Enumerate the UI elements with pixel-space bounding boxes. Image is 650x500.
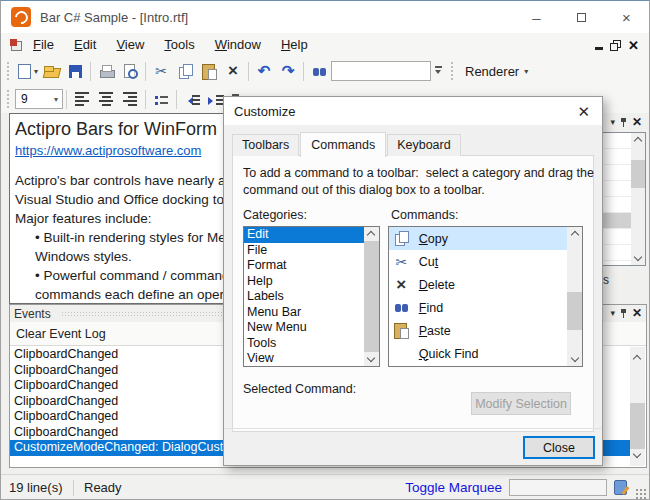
command-item[interactable]: Paste: [389, 319, 567, 342]
status-icon[interactable]: [614, 480, 627, 495]
menu-item[interactable]: Help: [271, 33, 318, 57]
categories-scrollbar[interactable]: [364, 227, 379, 366]
redo-button[interactable]: ↷: [276, 58, 300, 84]
scrollbar-thumb[interactable]: [631, 160, 645, 188]
renderer-dropdown-button[interactable]: Renderer▾: [459, 59, 534, 83]
toolbar-grip[interactable]: [450, 61, 455, 81]
right-panel-selected-row[interactable]: [602, 213, 631, 229]
instruction-line: command out of this dialog box to a tool…: [243, 182, 583, 199]
menu-item[interactable]: Tools: [154, 33, 204, 57]
copy-button[interactable]: [173, 58, 197, 84]
undo-icon: ↶: [256, 63, 273, 80]
dialog-close-action-button[interactable]: Close: [523, 436, 595, 459]
mdi-minimize-icon[interactable]: [595, 47, 603, 50]
toolbar-options-button[interactable]: [431, 60, 445, 82]
scrollbar-thumb[interactable]: [630, 403, 645, 449]
scroll-up-icon[interactable]: [634, 137, 642, 145]
scroll-down-icon[interactable]: [570, 354, 578, 362]
commands-listbox[interactable]: Copy ✂ Cut × Del: [388, 226, 583, 367]
decrease-indent-button[interactable]: [180, 86, 204, 112]
align-left-button[interactable]: [70, 86, 94, 112]
toggle-marquee-link[interactable]: Toggle Marquee: [405, 480, 502, 495]
category-item[interactable]: Labels: [244, 289, 364, 305]
document-icon[interactable]: [9, 38, 23, 52]
find-button[interactable]: [307, 58, 331, 84]
command-item[interactable]: × Delete: [389, 273, 567, 296]
dialog-title-bar[interactable]: Customize ✕: [224, 97, 602, 125]
maximize-button[interactable]: [559, 1, 604, 33]
scroll-down-icon[interactable]: [633, 450, 641, 458]
pin-icon[interactable]: [619, 117, 628, 128]
panel-menu-chevron-icon[interactable]: ▾: [610, 118, 615, 127]
find-icon: [311, 63, 328, 80]
menu-item[interactable]: View: [106, 33, 154, 57]
document-hyperlink[interactable]: https://www.actiprosoftware.com: [15, 143, 201, 158]
print-preview-button[interactable]: [118, 58, 142, 84]
open-button[interactable]: [39, 58, 63, 84]
dialog-tab[interactable]: Commands: [300, 132, 386, 157]
separator: [73, 480, 74, 496]
category-item[interactable]: Help: [244, 274, 364, 290]
right-panel-scrollbar[interactable]: [631, 133, 645, 265]
save-button[interactable]: [63, 58, 87, 84]
menu-item[interactable]: File: [23, 33, 64, 57]
category-item[interactable]: File: [244, 243, 364, 259]
category-item[interactable]: Edit: [244, 227, 364, 243]
menu-item[interactable]: Edit: [64, 33, 106, 57]
category-item[interactable]: Menu Bar: [244, 305, 364, 321]
events-scrollbar[interactable]: [630, 347, 645, 466]
scroll-up-icon[interactable]: [367, 231, 375, 239]
resize-grip[interactable]: [635, 488, 647, 500]
find-combobox[interactable]: [331, 61, 431, 81]
dialog-tab[interactable]: Toolbars: [232, 134, 299, 156]
mdi-restore-icon[interactable]: [610, 40, 621, 51]
category-item[interactable]: Format: [244, 258, 364, 274]
scroll-down-icon[interactable]: [367, 354, 375, 362]
align-right-button[interactable]: [118, 86, 142, 112]
menu-item[interactable]: Window: [205, 33, 271, 57]
command-item[interactable]: ✂ Cut: [389, 250, 567, 273]
panel-close-icon[interactable]: ✕: [632, 308, 642, 319]
copy-icon: [393, 230, 410, 247]
command-item[interactable]: Copy: [389, 227, 567, 250]
toolbar-grip[interactable]: [6, 89, 11, 109]
delete-button[interactable]: ×: [221, 58, 245, 84]
paste-button[interactable]: [197, 58, 221, 84]
cut-button[interactable]: ✂: [149, 58, 173, 84]
chevron-down-icon: ▾: [524, 67, 528, 76]
bullet-list-button[interactable]: [149, 86, 173, 112]
panel-close-icon[interactable]: ✕: [632, 117, 642, 128]
category-item[interactable]: Tools: [244, 336, 364, 352]
commands-scrollbar[interactable]: [567, 227, 582, 366]
right-panel-text-fragment: s: [603, 273, 609, 287]
scroll-down-icon[interactable]: [634, 253, 642, 261]
align-center-button[interactable]: [94, 86, 118, 112]
pin-icon[interactable]: [619, 308, 628, 319]
font-size-combobox[interactable]: 9▾: [15, 89, 63, 109]
close-button[interactable]: ×: [604, 1, 649, 33]
separator: [176, 90, 177, 109]
toolbar-grip[interactable]: [6, 61, 11, 81]
new-document-icon: [16, 63, 33, 80]
command-item[interactable]: Find: [389, 296, 567, 319]
scrollbar-thumb[interactable]: [567, 292, 582, 330]
minimize-button[interactable]: –: [514, 1, 559, 33]
modify-selection-button[interactable]: Modify Selection: [471, 392, 571, 415]
scrollbar-thumb[interactable]: [364, 241, 379, 352]
categories-listbox[interactable]: Edit File Format Help Labels Menu Bar: [243, 226, 380, 367]
command-item[interactable]: Quick Find: [389, 342, 567, 365]
panel-menu-chevron-icon[interactable]: ▾: [610, 309, 615, 318]
scroll-up-icon[interactable]: [570, 231, 578, 239]
category-item[interactable]: View: [244, 351, 364, 366]
right-panel-listbox[interactable]: [601, 132, 646, 266]
font-size-value: 9: [21, 92, 28, 106]
dialog-tab[interactable]: Keyboard: [387, 134, 461, 156]
category-item[interactable]: New Menu: [244, 320, 364, 336]
new-document-button[interactable]: ▾: [15, 58, 39, 84]
copy-icon: [177, 63, 194, 80]
dialog-close-button[interactable]: ✕: [577, 104, 590, 119]
mdi-close-icon[interactable]: ✕: [628, 39, 639, 52]
undo-button[interactable]: ↶: [252, 58, 276, 84]
print-button[interactable]: [94, 58, 118, 84]
scroll-up-icon[interactable]: [633, 355, 641, 363]
